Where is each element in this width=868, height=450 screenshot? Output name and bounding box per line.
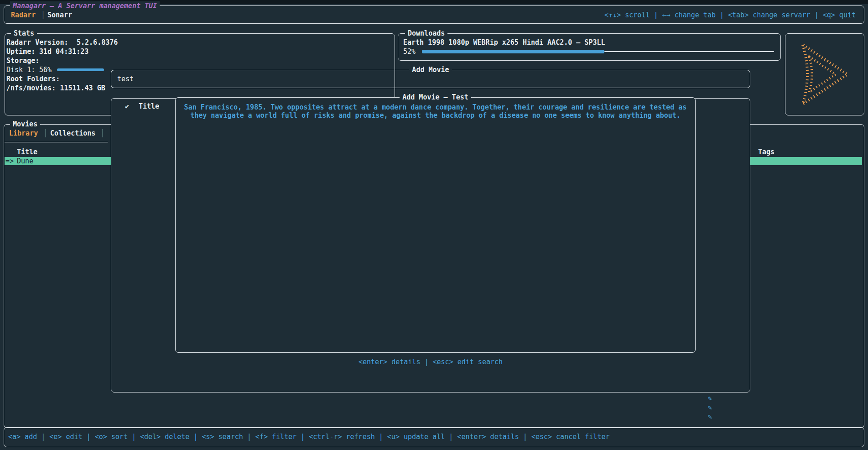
selected-movie-title: Dune bbox=[17, 157, 33, 166]
modal-title: Add Movie – Test bbox=[175, 93, 696, 102]
tab-library[interactable]: Library bbox=[9, 129, 38, 138]
managarr-app: Movies Library │ Collections │ Title Tag… bbox=[0, 0, 868, 450]
tab-radarr[interactable]: Radarr bbox=[11, 10, 36, 20]
download-progress-fill bbox=[422, 50, 604, 53]
radarr-version-value: 5.2.6.8376 bbox=[77, 38, 118, 47]
uptime-label: Uptime: bbox=[6, 47, 35, 56]
movies-tabs-divider bbox=[5, 142, 108, 142]
tab-collections[interactable]: Collections bbox=[50, 129, 95, 138]
library-tab-separator: │ bbox=[43, 129, 47, 138]
servarr-tab-separator: │ bbox=[41, 10, 45, 20]
downloads-title: Downloads bbox=[405, 29, 447, 38]
footer-keybindings: <a> add | <e> edit | <o> sort | <del> de… bbox=[8, 432, 610, 441]
add-movie-panel-title: Add Movie bbox=[111, 65, 750, 74]
movies-column-header-tags: Tags bbox=[758, 147, 774, 157]
movie-overview-line1: San Francisco, 1985. Two opposites attra… bbox=[179, 103, 692, 112]
radarr-logo-icon bbox=[792, 38, 858, 110]
movies-column-header-title: Title bbox=[17, 147, 37, 157]
results-header-check-icon: ✔ bbox=[125, 102, 129, 111]
disk-usage-bar bbox=[57, 68, 104, 71]
results-help-text: <enter> details | <esc> edit search bbox=[111, 357, 750, 366]
movies-panel-title: Movies bbox=[10, 120, 40, 129]
disk-label: Disk 1: bbox=[6, 65, 35, 74]
stats-title: Stats bbox=[11, 29, 37, 38]
radarr-version-label: Radarr Version: bbox=[6, 38, 68, 47]
storage-label: Storage: bbox=[6, 56, 39, 65]
results-header-title: Title bbox=[139, 102, 159, 111]
header-keybindings: <↑↓> scroll | ←→ change tab | <tab> chan… bbox=[604, 10, 856, 20]
selected-movie-arrow: => bbox=[5, 157, 14, 166]
downloads-panel bbox=[398, 33, 781, 61]
download-percent: 52% bbox=[403, 47, 416, 56]
root-folders-label: Root Folders: bbox=[6, 74, 60, 84]
movie-overview-line2: they navigate a world full of risks and … bbox=[179, 111, 692, 120]
root-folder-value: /nfs/movies: 11511.43 GB bbox=[6, 84, 105, 93]
collections-tab-separator: │ bbox=[100, 129, 104, 138]
add-movie-modal bbox=[175, 97, 696, 353]
download-progress-track bbox=[604, 51, 774, 52]
disk-percent: 56% bbox=[39, 65, 52, 74]
uptime-value: 31d 04:31:23 bbox=[39, 47, 88, 56]
add-movie-search-input[interactable]: test bbox=[117, 74, 134, 84]
app-title: Managarr — A Servarr management TUI bbox=[10, 1, 160, 10]
download-item-name[interactable]: Earth 1998 1080p WEBRip x265 Hindi AAC2.… bbox=[403, 38, 605, 47]
tab-sonarr[interactable]: Sonarr bbox=[47, 10, 72, 20]
